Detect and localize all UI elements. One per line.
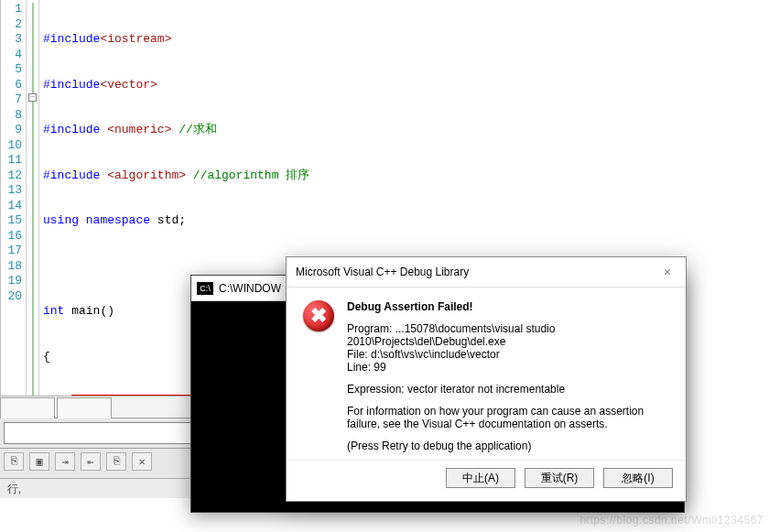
fold-column: − — [27, 0, 39, 396]
dialog-title: Microsoft Visual C++ Debug Library — [296, 266, 469, 278]
dialog-message: Debug Assertion Failed! Program: ...1507… — [347, 300, 669, 452]
line-number: 1 — [1, 2, 22, 17]
line-number: 12 — [1, 168, 22, 184]
line-number: 3 — [1, 32, 22, 48]
line-number: 16 — [1, 229, 22, 244]
dialog-button-row: 中止(A) 重试(R) 忽略(I) — [287, 460, 686, 501]
line-number: 10 — [1, 138, 22, 154]
console-title: C:\WINDOW — [219, 282, 281, 295]
error-icon: ✖ — [303, 300, 334, 331]
bottom-tab[interactable] — [0, 397, 55, 418]
toolbar-icon[interactable]: ⇤ — [81, 452, 101, 471]
line-number: 2 — [1, 17, 22, 33]
toolbar-icon[interactable]: ▣ — [29, 452, 49, 471]
line-number: 8 — [1, 108, 22, 124]
assertion-heading: Debug Assertion Failed! — [347, 300, 473, 313]
line-number: 19 — [1, 274, 22, 289]
toolbar-icon[interactable]: ✕ — [132, 452, 152, 471]
toolbar-icon[interactable]: ⎘ — [4, 452, 24, 471]
ignore-button[interactable]: 忽略(I) — [603, 468, 673, 488]
line-number: 9 — [1, 123, 22, 138]
watermark-text: https://blog.csdn.net/Wmll1234567 — [579, 514, 764, 527]
line-number: 11 — [1, 153, 22, 168]
line-number: 6 — [1, 78, 22, 93]
line-number-gutter: 1 2 3 4 5 6 7 8 9 10 11 12 13 14 15 16 1… — [1, 0, 27, 396]
line-number: 5 — [1, 62, 22, 78]
dialog-titlebar[interactable]: Microsoft Visual C++ Debug Library × — [287, 257, 686, 288]
line-number: 15 — [1, 213, 22, 229]
close-icon[interactable]: × — [658, 265, 677, 279]
line-number: 17 — [1, 244, 22, 259]
line-number: 18 — [1, 259, 22, 275]
retry-button[interactable]: 重试(R) — [525, 468, 594, 488]
line-number: 20 — [1, 289, 22, 305]
toolbar-icon[interactable]: ⇥ — [55, 452, 75, 471]
fold-toggle-icon[interactable]: − — [28, 93, 37, 102]
line-number: 14 — [1, 199, 22, 214]
toolbar-icon[interactable]: ⎘ — [106, 452, 126, 471]
line-number: 4 — [1, 48, 22, 63]
assertion-dialog: Microsoft Visual C++ Debug Library × ✖ D… — [286, 256, 687, 502]
line-number: 13 — [1, 183, 22, 199]
cmd-icon: C:\ — [197, 282, 213, 295]
line-number: 7 — [1, 92, 22, 108]
bottom-tab[interactable] — [57, 397, 112, 418]
abort-button[interactable]: 中止(A) — [446, 468, 515, 488]
